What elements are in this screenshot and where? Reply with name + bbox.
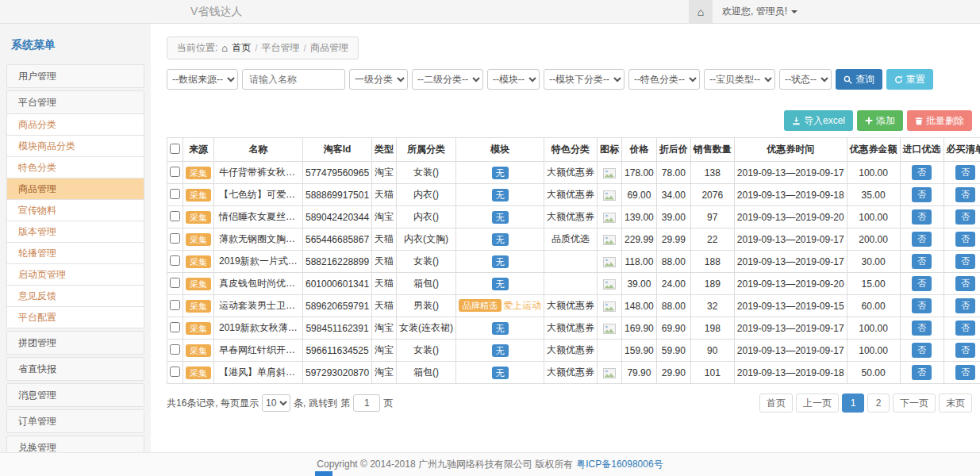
pager-page-2[interactable]: 2 <box>867 393 890 413</box>
row-checkbox[interactable] <box>170 167 180 177</box>
must-buy-toggle[interactable]: 否 <box>955 254 975 269</box>
row-checkbox[interactable] <box>170 300 180 310</box>
horizontal-scrollbar-thumb[interactable] <box>315 471 332 476</box>
level1-category-select[interactable]: 一级分类 <box>349 69 408 90</box>
taoke-id: 589042420344 <box>303 206 372 228</box>
pager-next[interactable]: 下一页 <box>893 393 936 413</box>
row-checkbox[interactable] <box>170 255 180 266</box>
name-input[interactable] <box>242 69 345 90</box>
column-header-module: 模块 <box>456 138 544 162</box>
import-select-toggle[interactable]: 否 <box>912 187 932 202</box>
home-button[interactable]: ⌂ <box>689 0 713 23</box>
must-buy-toggle[interactable]: 否 <box>955 298 975 313</box>
row-checkbox[interactable] <box>170 322 180 332</box>
sidebar-item-group-buy-management[interactable]: 拼团管理 <box>6 331 144 355</box>
row-checkbox[interactable] <box>170 278 180 288</box>
must-buy-toggle[interactable]: 否 <box>955 321 975 336</box>
sidebar-item-platform-config[interactable]: 平台配置 <box>6 306 144 328</box>
sidebar-item-featured-category[interactable]: 特色分类 <box>6 156 144 178</box>
status-select[interactable]: --状态-- <box>779 69 832 90</box>
taoke-id: 577479560965 <box>303 162 372 184</box>
sidebar-item-express-report[interactable]: 省直快报 <box>6 357 144 381</box>
row-checkbox[interactable] <box>170 344 180 355</box>
module-badge: 无 <box>492 367 509 379</box>
breadcrumb-home-link[interactable]: 首页 <box>232 41 251 55</box>
add-button[interactable]: 添加 <box>857 110 903 131</box>
module-subcategory-select[interactable]: --模块下分类-- <box>544 69 625 90</box>
product-type: 淘宝 <box>372 340 397 362</box>
sales-count: 32 <box>690 295 734 317</box>
sidebar-item-promo-material[interactable]: 宣传物料 <box>6 199 144 221</box>
import-select-toggle[interactable]: 否 <box>912 232 932 247</box>
import-select-toggle[interactable]: 否 <box>912 209 932 225</box>
coupon-time: 2019-09-13—2019-09-17 <box>734 228 847 251</box>
row-checkbox[interactable] <box>170 233 180 244</box>
sidebar-item-module-product-category[interactable]: 模块商品分类 <box>6 135 144 157</box>
discount-price: 29.99 <box>656 228 690 251</box>
goto-page-input[interactable] <box>353 394 380 412</box>
sidebar-item-splash-page-management[interactable]: 启动页管理 <box>6 263 144 286</box>
row-checkbox[interactable] <box>170 211 180 221</box>
must-buy-toggle[interactable]: 否 <box>955 232 975 247</box>
sidebar-item-order-management[interactable]: 订单管理 <box>6 409 144 433</box>
user-menu[interactable]: 欢迎您, 管理员! <box>713 0 807 23</box>
product-name: 牛仔背带裤女秋装减龄... <box>214 162 303 184</box>
import-excel-button[interactable]: 导入excel <box>784 110 853 131</box>
sidebar-item-feedback[interactable]: 意见反馈 <box>6 285 144 307</box>
icon-cell <box>598 184 622 206</box>
import-select-toggle[interactable]: 否 <box>912 321 932 336</box>
sidebar: 系统菜单 用户管理平台管理商品分类模块商品分类特色分类商品管理宣传物料版本管理轮… <box>0 24 151 452</box>
per-page-select[interactable]: 10 <box>262 394 290 412</box>
import-select-toggle[interactable]: 否 <box>912 298 932 313</box>
icp-link[interactable]: 粤ICP备16098006号 <box>576 458 663 471</box>
goto-label: 跳转到 <box>309 397 337 410</box>
must-buy-toggle[interactable]: 否 <box>955 343 975 358</box>
import-select-toggle[interactable]: 否 <box>912 254 932 269</box>
reset-button[interactable]: 重置 <box>886 69 933 90</box>
pager-first[interactable]: 首页 <box>759 393 793 413</box>
featured-category-select[interactable]: --特色分类-- <box>628 69 700 90</box>
must-buy-toggle[interactable]: 否 <box>955 365 975 380</box>
sidebar-item-message-management[interactable]: 消息管理 <box>6 383 144 407</box>
import-select-toggle[interactable]: 否 <box>912 343 932 358</box>
data-source-select[interactable]: --数据来源-- <box>167 69 238 90</box>
sidebar-item-user-management[interactable]: 用户管理 <box>6 64 144 88</box>
column-header-name: 名称 <box>214 138 303 162</box>
row-checkbox[interactable] <box>170 367 180 377</box>
sidebar-item-product-management[interactable]: 商品管理 <box>6 178 144 200</box>
breadcrumb: 当前位置: ⌂ 首页 / 平台管理 / 商品管理 <box>167 36 359 60</box>
pager-page-1[interactable]: 1 <box>842 393 864 413</box>
search-button[interactable]: 查询 <box>836 69 882 90</box>
module-select[interactable]: --模块-- <box>487 69 540 90</box>
product-type: 淘宝 <box>372 362 397 384</box>
trash-icon <box>915 117 923 125</box>
sidebar-item-version-management[interactable]: 版本管理 <box>6 221 144 243</box>
batch-delete-button[interactable]: 批量删除 <box>907 110 972 131</box>
column-header-discount-price: 折后价 <box>656 138 690 162</box>
item-type-select[interactable]: --宝贝类型-- <box>704 69 775 90</box>
product-thumbnail-image <box>603 279 616 290</box>
must-buy-toggle[interactable]: 否 <box>955 209 975 225</box>
product-thumbnail-image <box>603 368 616 378</box>
pager-last[interactable]: 末页 <box>939 393 972 413</box>
import-select-toggle[interactable]: 否 <box>912 365 932 380</box>
coupon-time: 2019-09-13—2019-09-17 <box>734 162 847 184</box>
sidebar-item-product-category[interactable]: 商品分类 <box>6 113 144 136</box>
must-buy-toggle[interactable]: 否 <box>955 187 975 202</box>
row-checkbox[interactable] <box>170 189 180 199</box>
must-buy-toggle[interactable]: 否 <box>955 276 975 291</box>
sidebar-item-exchange-management[interactable]: 兑换管理 <box>6 436 144 452</box>
select-all-checkbox[interactable] <box>170 144 180 154</box>
pager-prev[interactable]: 上一页 <box>796 393 839 413</box>
product-category: 女装(连衣裙) <box>397 317 456 340</box>
level2-category-select[interactable]: --二级分类-- <box>412 69 483 90</box>
import-select-toggle[interactable]: 否 <box>912 276 932 291</box>
must-buy-toggle[interactable]: 否 <box>955 165 975 180</box>
product-type: 天猫 <box>372 184 397 206</box>
sidebar-item-carousel-management[interactable]: 轮播管理 <box>6 242 144 264</box>
sidebar-item-platform-management[interactable]: 平台管理 <box>6 90 144 114</box>
module-badge: 无 <box>492 344 509 357</box>
import-select-toggle[interactable]: 否 <box>912 165 932 180</box>
table-row: 采集2019新款女秋薄款...598451162391淘宝女装(连衣裙)无大额优… <box>167 317 980 340</box>
product-type: 淘宝 <box>372 162 397 184</box>
